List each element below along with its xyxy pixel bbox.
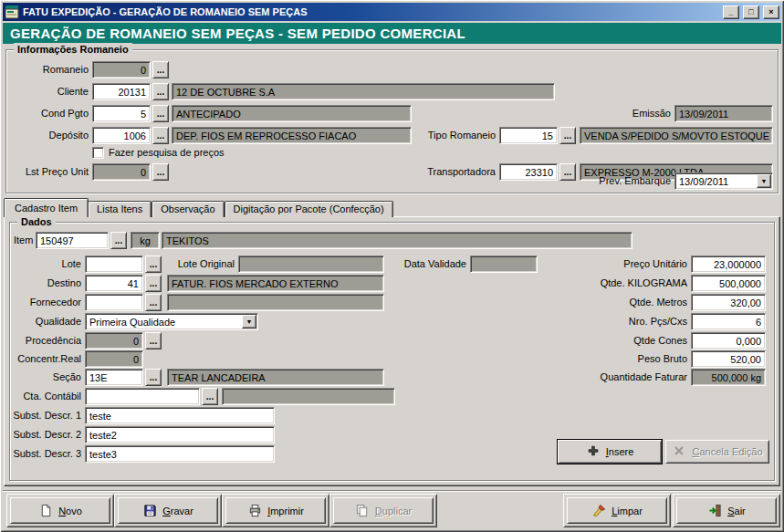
limpar-button[interactable]: Limpar [567, 497, 667, 524]
tipo-romaneio-code-field[interactable]: 15 [499, 127, 558, 144]
fornecedor-code-field[interactable] [85, 294, 143, 311]
tipo-romaneio-label: Tipo Romaneio [404, 127, 496, 144]
subst-descr-1-label: Subst. Descr. 1 [10, 407, 81, 424]
tab-digitacao-pacote[interactable]: Digitação por Pacote (Confecção) [225, 201, 393, 217]
cliente-label: Cliente [6, 83, 89, 100]
insere-label: Insere [606, 446, 634, 457]
novo-button[interactable]: Novo [10, 497, 110, 524]
lote-label: Lote [10, 256, 81, 273]
printer-icon [247, 504, 262, 518]
duplicar-cell: Duplicar [329, 494, 437, 527]
qtde-metros-label: Qtde. Metros [554, 294, 687, 311]
qtde-cones-label: Qtde Cones [554, 332, 687, 349]
novo-label: Novo [58, 506, 82, 516]
imprimir-button[interactable]: Imprimir [225, 497, 326, 524]
fornecedor-name-field [167, 294, 384, 311]
close-button[interactable]: × [763, 5, 779, 19]
fornecedor-lookup-button[interactable]: ... [145, 294, 162, 311]
romaneio-label: Romaneio [6, 61, 89, 78]
qtde-metros-field[interactable]: 320,00 [691, 294, 766, 311]
destino-lookup-button[interactable]: ... [145, 275, 162, 292]
lote-lookup-button[interactable]: ... [145, 256, 162, 273]
imprimir-label: Imprimir [267, 506, 304, 516]
cancela-edicao-button[interactable]: Cancela Edição [665, 440, 769, 464]
cond-pgto-code-field[interactable]: 5 [92, 105, 151, 122]
cond-pgto-lookup-button[interactable]: ... [152, 105, 169, 122]
nro-pcs-cxs-field[interactable]: 6 [691, 313, 766, 330]
duplicate-pages-icon [355, 504, 370, 518]
preco-unitario-field[interactable]: 23,000000 [691, 256, 766, 273]
peso-bruto-label: Peso Bruto [554, 350, 687, 368]
deposito-code-field[interactable]: 1006 [92, 127, 151, 144]
romaneio-lookup-button[interactable]: ... [152, 61, 169, 78]
subst-descr-3-label: Subst. Descr. 3 [10, 445, 81, 463]
subst-descr-3-field[interactable]: teste3 [85, 445, 275, 463]
fornecedor-label: Fornecedor [10, 294, 81, 311]
gravar-cell: Gravar [114, 494, 222, 527]
qualidade-label: Qualidade [10, 313, 81, 330]
procedencia-label: Procedência [10, 332, 81, 349]
tab-cadastro-item[interactable]: Cadastro Item [4, 198, 89, 217]
cta-contabil-name-field [222, 388, 395, 405]
lst-preco-unit-lookup-button[interactable]: ... [152, 163, 169, 181]
cliente-lookup-button[interactable]: ... [152, 83, 169, 100]
concentr-real-label: Concentr.Real [10, 350, 81, 368]
item-lookup-button[interactable]: ... [110, 232, 127, 249]
duplicar-button[interactable]: Duplicar [333, 497, 434, 524]
minimize-button[interactable]: _ [723, 5, 739, 19]
cliente-code-field[interactable]: 20131 [92, 83, 151, 100]
prev-embarque-value: 13/09/2011 [679, 176, 728, 187]
dados-legend: Dados [17, 215, 56, 228]
page-title: GERAÇÃO DE ROMANEIO SEM PEÇAS - SEM PEDI… [3, 23, 781, 44]
data-validade-label: Data Validade [393, 256, 466, 273]
chevron-down-icon[interactable]: ▼ [242, 315, 256, 329]
destino-code-field[interactable]: 41 [85, 275, 143, 292]
destino-name-field: FATUR. FIOS MERCADO EXTERNO [167, 275, 384, 292]
item-code-field[interactable]: 150497 [36, 232, 109, 249]
lote-field[interactable] [85, 256, 143, 273]
qtde-kilograma-label: Qtde. KILOGRAMA [554, 275, 687, 292]
tab-observacao[interactable]: Observação [152, 201, 224, 217]
chevron-down-icon[interactable]: ▼ [757, 174, 771, 188]
transportadora-code-field[interactable]: 23310 [499, 163, 558, 181]
gravar-button[interactable]: Gravar [118, 497, 218, 524]
qtde-kilograma-field[interactable]: 500,0000 [691, 275, 766, 292]
destino-label: Destino [10, 275, 81, 292]
peso-bruto-field[interactable]: 520,00 [691, 350, 766, 368]
lst-preco-unit-label: Lst Preço Unit [6, 163, 89, 181]
cta-contabil-lookup-button[interactable]: ... [202, 388, 218, 405]
tipo-romaneio-name-field: VENDA S/PEDIDO S/MOVTO ESTOQUE [580, 127, 773, 144]
broom-icon [591, 504, 606, 518]
concentr-real-field: 0 [85, 350, 143, 368]
secao-code-field[interactable]: 13E [85, 369, 143, 386]
subst-descr-1-field[interactable]: teste [85, 407, 275, 424]
subst-descr-2-field[interactable]: teste2 [85, 426, 275, 443]
data-validade-field [470, 256, 538, 273]
insere-button[interactable]: Insere [558, 440, 662, 464]
app-icon [5, 5, 19, 19]
tipo-romaneio-lookup-button[interactable]: ... [559, 127, 576, 144]
lote-original-label: Lote Original [163, 256, 235, 273]
maximize-button[interactable]: □ [743, 5, 759, 19]
preco-unitario-label: Preço Unitário [554, 256, 687, 273]
limpar-label: Limpar [612, 506, 643, 516]
cond-pgto-label: Cond Pgto [6, 105, 89, 122]
deposito-lookup-button[interactable]: ... [152, 127, 169, 144]
sair-button[interactable]: Sair [676, 497, 777, 524]
informacoes-romaneio-group: Informações Romaneio Romaneio 0 ... Clie… [5, 49, 779, 193]
pesquisa-precos-checkbox[interactable] [92, 147, 104, 159]
procedencia-lookup-button[interactable]: ... [145, 332, 162, 349]
cta-contabil-field[interactable] [85, 388, 200, 405]
pesquisa-precos-label: Fazer pesquisa de preços [109, 144, 273, 162]
item-name-field: TEKITOS [162, 232, 632, 249]
prev-embarque-combobox[interactable]: 13/09/2011 ▼ [674, 172, 773, 190]
qualidade-combobox[interactable]: Primeira Qualidade ▼ [85, 313, 258, 330]
secao-lookup-button[interactable]: ... [145, 369, 162, 386]
qtde-cones-field[interactable]: 0,000 [691, 332, 766, 349]
titlebar[interactable]: FATU EXPEDIÇÃO - GERAÇÃO DE ROMANEIO SEM… [3, 3, 781, 21]
deposito-name-field: DEP. FIOS EM REPROCESSO FIACAO [172, 127, 412, 144]
tab-lista-itens[interactable]: Lista Itens [88, 201, 152, 217]
secao-name-field: TEAR LANCADEIRA [167, 369, 384, 386]
quantidade-faturar-label: Quantidade Faturar [554, 369, 687, 386]
lst-preco-unit-field: 0 [92, 163, 151, 181]
